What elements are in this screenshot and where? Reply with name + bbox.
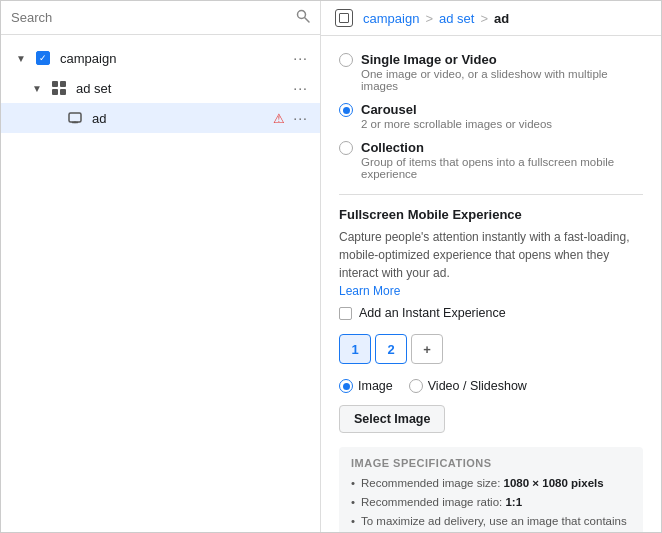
radio-single[interactable] bbox=[339, 53, 353, 67]
tree-item-ad[interactable]: ad ⚠ ··· bbox=[1, 103, 320, 133]
specs-item-1: Recommended image ratio: 1:1 bbox=[351, 494, 631, 510]
option-desc-collection: Group of items that opens into a fullscr… bbox=[361, 156, 643, 180]
tree-area: ▼ campaign ··· ▼ bbox=[1, 35, 320, 532]
specs-item-2: To maximize ad delivery, use an image th… bbox=[351, 513, 631, 529]
breadcrumb-sep-1: > bbox=[425, 11, 433, 26]
media-option-image[interactable]: Image bbox=[339, 378, 393, 393]
learn-more-link[interactable]: Learn More bbox=[339, 284, 400, 298]
specs-text-1: Recommended image ratio: bbox=[361, 496, 505, 508]
breadcrumb-icon bbox=[335, 9, 353, 27]
media-video-label: Video / Slideshow bbox=[428, 379, 527, 393]
warning-icon: ⚠ bbox=[273, 111, 285, 126]
instant-experience-label: Add an Instant Experience bbox=[359, 306, 506, 320]
option-desc-carousel: 2 or more scrollable images or videos bbox=[361, 118, 552, 130]
search-bar bbox=[1, 1, 320, 35]
ad-icon bbox=[67, 110, 83, 126]
card-tab-add[interactable]: + bbox=[411, 334, 443, 364]
breadcrumb-adset[interactable]: ad set bbox=[439, 11, 474, 26]
select-image-button[interactable]: Select Image bbox=[339, 405, 445, 433]
format-option-carousel[interactable]: Carousel 2 or more scrollable images or … bbox=[339, 102, 643, 130]
chevron-icon-adset: ▼ bbox=[31, 82, 43, 94]
specs-bold-1: 1:1 bbox=[505, 496, 522, 508]
breadcrumb-campaign[interactable]: campaign bbox=[363, 11, 419, 26]
radio-collection[interactable] bbox=[339, 141, 353, 155]
adset-icon bbox=[51, 80, 67, 96]
campaign-more-button[interactable]: ··· bbox=[289, 48, 312, 68]
specs-bold-0: 1080 × 1080 pixels bbox=[504, 477, 604, 489]
adset-actions: ··· bbox=[289, 78, 312, 98]
search-icon bbox=[296, 9, 310, 26]
fullscreen-section: Fullscreen Mobile Experience Capture peo… bbox=[339, 207, 643, 320]
format-option-text-single: Single Image or Video One image or video… bbox=[361, 52, 643, 92]
specs-item-0: Recommended image size: 1080 × 1080 pixe… bbox=[351, 475, 631, 491]
breadcrumb-sep-2: > bbox=[480, 11, 488, 26]
media-option-video[interactable]: Video / Slideshow bbox=[409, 378, 527, 393]
campaign-actions: ··· bbox=[289, 48, 312, 68]
breadcrumb-ad: ad bbox=[494, 11, 509, 26]
tree-item-adset[interactable]: ▼ ad set ··· bbox=[1, 73, 320, 103]
adset-label: ad set bbox=[76, 81, 289, 96]
ad-more-button[interactable]: ··· bbox=[289, 108, 312, 128]
adset-more-button[interactable]: ··· bbox=[289, 78, 312, 98]
search-input[interactable] bbox=[11, 10, 290, 25]
left-panel: ▼ campaign ··· ▼ bbox=[1, 1, 321, 532]
ad-label: ad bbox=[92, 111, 273, 126]
specs-text-0: Recommended image size: bbox=[361, 477, 504, 489]
chevron-icon-campaign: ▼ bbox=[15, 52, 27, 64]
media-image-label: Image bbox=[358, 379, 393, 393]
media-type-row: Image Video / Slideshow bbox=[339, 378, 643, 393]
radio-image[interactable] bbox=[339, 379, 353, 393]
campaign-label: campaign bbox=[60, 51, 289, 66]
specs-section: IMAGE SPECIFICATIONS Recommended image s… bbox=[339, 447, 643, 532]
campaign-icon bbox=[35, 50, 51, 66]
format-option-single[interactable]: Single Image or Video One image or video… bbox=[339, 52, 643, 92]
svg-rect-2 bbox=[69, 113, 81, 122]
specs-text-2: To maximize ad delivery, use an image th… bbox=[361, 515, 627, 527]
option-title-carousel: Carousel bbox=[361, 102, 552, 117]
card-tab-1[interactable]: 1 bbox=[339, 334, 371, 364]
format-option-text-carousel: Carousel 2 or more scrollable images or … bbox=[361, 102, 552, 130]
card-tab-2[interactable]: 2 bbox=[375, 334, 407, 364]
fullscreen-title: Fullscreen Mobile Experience bbox=[339, 207, 643, 222]
instant-experience-row: Add an Instant Experience bbox=[339, 306, 643, 320]
radio-carousel[interactable] bbox=[339, 103, 353, 117]
format-option-collection[interactable]: Collection Group of items that opens int… bbox=[339, 140, 643, 180]
right-content: Single Image or Video One image or video… bbox=[321, 36, 661, 532]
format-options: Single Image or Video One image or video… bbox=[339, 52, 643, 180]
breadcrumb-bar: campaign > ad set > ad bbox=[321, 1, 661, 36]
svg-line-1 bbox=[305, 18, 309, 22]
tree-item-campaign[interactable]: ▼ campaign ··· bbox=[1, 43, 320, 73]
option-title-single: Single Image or Video bbox=[361, 52, 643, 67]
card-tabs: 1 2 + bbox=[339, 334, 643, 364]
main-layout: ▼ campaign ··· ▼ bbox=[1, 1, 661, 532]
format-option-text-collection: Collection Group of items that opens int… bbox=[361, 140, 643, 180]
right-panel: campaign > ad set > ad Single Image or V… bbox=[321, 1, 661, 532]
divider-1 bbox=[339, 194, 643, 195]
ad-actions: ⚠ ··· bbox=[273, 108, 312, 128]
specs-title: IMAGE SPECIFICATIONS bbox=[351, 457, 631, 469]
fullscreen-desc-text: Capture people's attention instantly wit… bbox=[339, 230, 629, 280]
instant-experience-checkbox[interactable] bbox=[339, 307, 352, 320]
option-desc-single: One image or video, or a slideshow with … bbox=[361, 68, 643, 92]
fullscreen-desc: Capture people's attention instantly wit… bbox=[339, 228, 643, 300]
option-title-collection: Collection bbox=[361, 140, 643, 155]
specs-list: Recommended image size: 1080 × 1080 pixe… bbox=[351, 475, 631, 529]
radio-video[interactable] bbox=[409, 379, 423, 393]
